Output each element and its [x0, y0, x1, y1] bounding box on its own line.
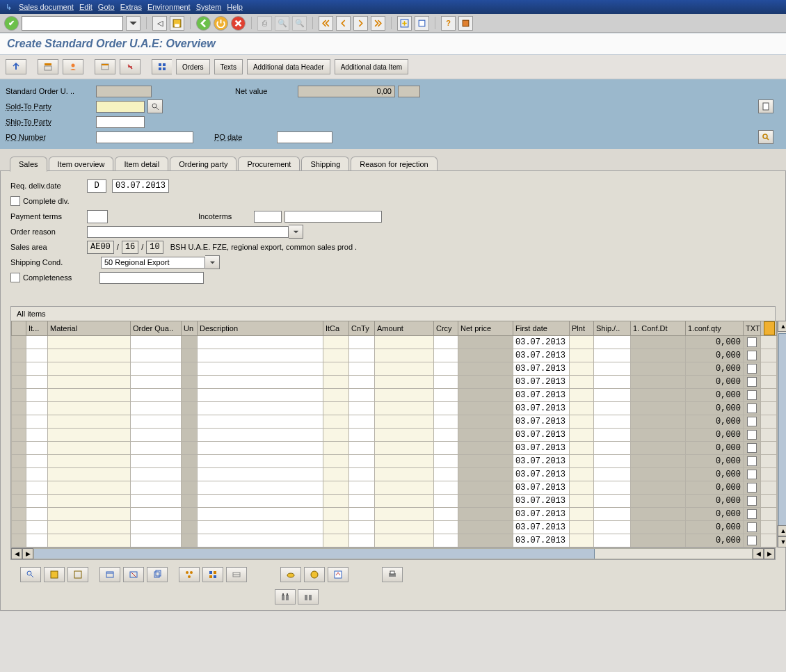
grid-cell[interactable] — [458, 429, 513, 441]
grid-cell[interactable] — [26, 468, 47, 481]
grid-cell[interactable] — [182, 468, 197, 481]
grid-cell[interactable] — [26, 508, 47, 520]
menu-environment[interactable]: Environment — [147, 3, 191, 11]
grid-cell[interactable] — [375, 521, 433, 534]
grid-cell[interactable] — [594, 455, 630, 467]
grid-cell[interactable] — [744, 362, 760, 375]
grid-cell[interactable]: 03.07.2013 — [513, 455, 569, 467]
grid-cell[interactable] — [198, 521, 323, 534]
grid-cell[interactable] — [375, 389, 433, 401]
grid-cell[interactable] — [570, 402, 593, 415]
grid-cell[interactable] — [131, 442, 181, 454]
partner-button[interactable] — [63, 59, 83, 74]
txt-checkbox[interactable] — [747, 364, 757, 374]
grid-cell[interactable] — [131, 429, 181, 441]
save-button[interactable] — [170, 16, 184, 31]
grid-cell[interactable] — [458, 402, 513, 415]
grid-cell[interactable] — [349, 402, 374, 415]
grid-cell[interactable] — [323, 495, 348, 507]
grid-cell[interactable] — [349, 362, 374, 375]
grid-cell[interactable]: 0,000 — [686, 362, 743, 375]
table-row[interactable]: 03.07.20130,000 — [12, 468, 777, 481]
grid-cell[interactable] — [182, 376, 197, 388]
column-header[interactable]: Order Qua.. — [131, 321, 182, 336]
column-header[interactable]: 1.conf.qty — [686, 321, 744, 336]
grid-cell[interactable]: 03.07.2013 — [513, 362, 569, 375]
grid-cell[interactable] — [182, 389, 197, 401]
grid-cell[interactable] — [323, 534, 348, 547]
grid-cell[interactable] — [570, 508, 593, 520]
exit-button[interactable] — [214, 16, 228, 31]
scroll-thumb-h[interactable] — [34, 549, 595, 559]
grid-cell[interactable]: 0,000 — [686, 349, 743, 362]
table-row[interactable]: 03.07.20130,000 — [12, 481, 777, 495]
grid-cell[interactable] — [131, 376, 181, 388]
grid-cell[interactable] — [631, 495, 685, 507]
grid-cell[interactable]: 0,000 — [686, 402, 743, 415]
column-header[interactable]: Net price — [458, 321, 513, 336]
req-deliv-date-input[interactable]: 03.07.2013 — [112, 179, 169, 193]
grid-cell[interactable] — [570, 442, 593, 454]
grid-cell[interactable] — [594, 508, 630, 520]
po-date-input[interactable] — [277, 131, 332, 143]
grid-cell[interactable] — [131, 402, 181, 415]
row-selector[interactable] — [12, 468, 26, 481]
grid-cell[interactable] — [323, 442, 348, 454]
grid-cell[interactable] — [182, 442, 197, 454]
deselect-all-button[interactable] — [67, 567, 88, 582]
grid-cell[interactable] — [323, 389, 348, 401]
grid-horizontal-scrollbar[interactable]: ◀ ▶ ◀ ▶ — [11, 547, 775, 559]
grid-cell[interactable]: 0,000 — [686, 468, 743, 481]
row-selector[interactable] — [12, 495, 26, 508]
grid-cell[interactable] — [48, 455, 130, 467]
grid-cell[interactable] — [182, 336, 197, 349]
grid-cell[interactable] — [323, 402, 348, 415]
grid-vertical-scrollbar[interactable]: ▲ ▲ ▼ — [777, 321, 786, 547]
grid-cell[interactable] — [570, 468, 593, 481]
grid-cell[interactable] — [375, 468, 433, 481]
grid-cell[interactable]: 03.07.2013 — [513, 376, 569, 388]
grid-cell[interactable] — [48, 376, 130, 388]
grid-cell[interactable] — [131, 336, 181, 349]
grid-cell[interactable] — [182, 429, 197, 441]
grid-cell[interactable] — [26, 521, 47, 534]
grid-cell[interactable] — [26, 429, 47, 441]
row-selector[interactable] — [12, 389, 26, 402]
txt-checkbox[interactable] — [747, 443, 757, 453]
grid-cell[interactable]: 0,000 — [686, 521, 743, 534]
grid-cell[interactable] — [26, 442, 47, 454]
grid-cell[interactable] — [323, 376, 348, 388]
grid-cell[interactable]: 0,000 — [686, 415, 743, 428]
grid-cell[interactable] — [48, 468, 130, 481]
grid-cell[interactable] — [323, 429, 348, 441]
menu-extras[interactable]: Extras — [120, 3, 142, 11]
orders-icon-button[interactable] — [152, 59, 172, 74]
txt-checkbox[interactable] — [747, 351, 757, 360]
grid-cell[interactable] — [594, 442, 630, 454]
nav-back-button[interactable] — [196, 16, 211, 31]
select-all-button[interactable] — [44, 567, 65, 582]
grid-cell[interactable] — [434, 495, 458, 507]
grid-cell[interactable] — [631, 442, 685, 454]
grid-cell[interactable] — [744, 429, 760, 441]
grid-cell[interactable] — [458, 336, 513, 349]
grid-cell[interactable] — [594, 349, 630, 362]
grid-cell[interactable] — [323, 481, 348, 494]
print-preview-button[interactable] — [382, 567, 403, 582]
grid-cell[interactable] — [631, 415, 685, 428]
grid-cell[interactable] — [349, 455, 374, 467]
grid-cell[interactable] — [131, 481, 181, 494]
complete-dlv-checkbox[interactable] — [10, 196, 20, 206]
grid-cell[interactable] — [375, 442, 433, 454]
prev-page-button[interactable] — [336, 16, 351, 31]
grid-cell[interactable] — [131, 508, 181, 520]
grid-cell[interactable] — [349, 521, 374, 534]
grid-cell[interactable]: 03.07.2013 — [513, 468, 569, 481]
grid-cell[interactable] — [48, 534, 130, 547]
grid-cell[interactable] — [458, 362, 513, 375]
completeness-input[interactable] — [99, 272, 204, 284]
grid-cell[interactable] — [48, 508, 130, 520]
propose-items-button[interactable] — [202, 567, 223, 582]
table-row[interactable]: 03.07.20130,000 — [12, 455, 777, 468]
grid-cell[interactable] — [631, 508, 685, 520]
